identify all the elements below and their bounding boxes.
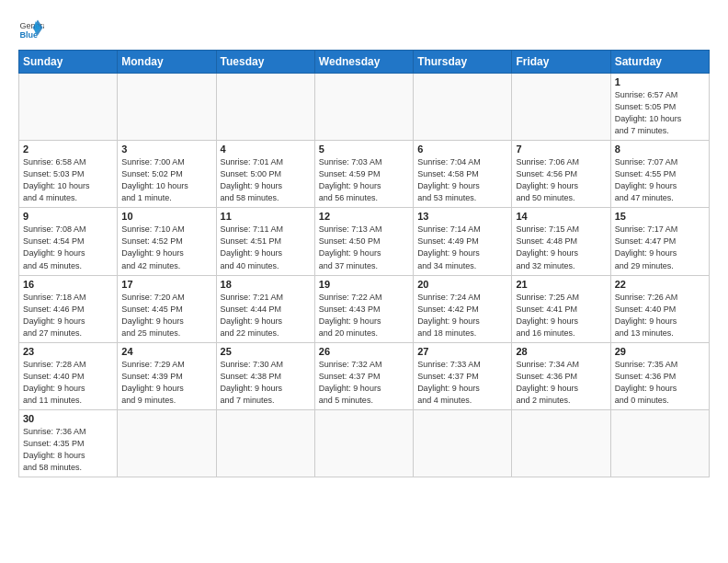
col-header-monday: Monday: [118, 51, 216, 74]
col-header-wednesday: Wednesday: [314, 51, 413, 74]
day-info: Sunrise: 7:22 AM Sunset: 4:43 PM Dayligh…: [319, 292, 409, 339]
calendar-table: SundayMondayTuesdayWednesdayThursdayFrid…: [18, 50, 710, 477]
calendar-cell: 25Sunrise: 7:30 AM Sunset: 4:38 PM Dayli…: [216, 342, 314, 409]
day-info: Sunrise: 7:11 AM Sunset: 4:51 PM Dayligh…: [221, 224, 311, 271]
calendar-cell: 12Sunrise: 7:13 AM Sunset: 4:50 PM Dayli…: [314, 208, 413, 275]
calendar-cell: 10Sunrise: 7:10 AM Sunset: 4:52 PM Dayli…: [118, 208, 216, 275]
calendar-cell: 5Sunrise: 7:03 AM Sunset: 4:59 PM Daylig…: [314, 141, 413, 208]
calendar-cell: 23Sunrise: 7:28 AM Sunset: 4:40 PM Dayli…: [19, 342, 118, 409]
calendar-cell: 26Sunrise: 7:32 AM Sunset: 4:37 PM Dayli…: [314, 342, 413, 409]
calendar-cell: [216, 74, 314, 141]
day-number: 23: [23, 346, 113, 357]
calendar-cell: 11Sunrise: 7:11 AM Sunset: 4:51 PM Dayli…: [216, 208, 314, 275]
day-number: 19: [319, 279, 409, 290]
calendar-cell: 16Sunrise: 7:18 AM Sunset: 4:46 PM Dayli…: [19, 275, 118, 342]
calendar-week-row: 1Sunrise: 6:57 AM Sunset: 5:05 PM Daylig…: [19, 74, 710, 141]
calendar-cell: [414, 74, 512, 141]
day-number: 15: [615, 211, 705, 222]
day-info: Sunrise: 7:04 AM Sunset: 4:58 PM Dayligh…: [417, 156, 507, 204]
calendar-cell: 27Sunrise: 7:33 AM Sunset: 4:37 PM Dayli…: [414, 342, 512, 409]
day-number: 6: [417, 144, 507, 155]
calendar-cell: [118, 409, 216, 477]
calendar-cell: 7Sunrise: 7:06 AM Sunset: 4:56 PM Daylig…: [512, 141, 610, 208]
calendar-cell: 21Sunrise: 7:25 AM Sunset: 4:41 PM Dayli…: [512, 275, 610, 342]
calendar-cell: 17Sunrise: 7:20 AM Sunset: 4:45 PM Dayli…: [118, 275, 216, 342]
calendar-cell: [314, 409, 413, 477]
day-number: 24: [121, 346, 211, 357]
logo-icon: General Blue: [18, 15, 44, 40]
col-header-friday: Friday: [512, 51, 610, 74]
day-number: 1: [615, 76, 705, 87]
day-info: Sunrise: 7:08 AM Sunset: 4:54 PM Dayligh…: [23, 224, 113, 271]
day-info: Sunrise: 7:13 AM Sunset: 4:50 PM Dayligh…: [319, 224, 409, 271]
day-number: 2: [23, 144, 113, 155]
calendar-cell: 19Sunrise: 7:22 AM Sunset: 4:43 PM Dayli…: [314, 275, 413, 342]
day-info: Sunrise: 7:25 AM Sunset: 4:41 PM Dayligh…: [516, 292, 606, 339]
calendar-cell: [19, 74, 118, 141]
page-header: General Blue: [18, 15, 710, 40]
calendar-cell: [216, 409, 314, 477]
calendar-cell: 1Sunrise: 6:57 AM Sunset: 5:05 PM Daylig…: [610, 74, 709, 141]
calendar-cell: 29Sunrise: 7:35 AM Sunset: 4:36 PM Dayli…: [610, 342, 709, 409]
day-info: Sunrise: 7:36 AM Sunset: 4:35 PM Dayligh…: [23, 426, 113, 474]
day-info: Sunrise: 7:10 AM Sunset: 4:52 PM Dayligh…: [121, 224, 211, 271]
day-info: Sunrise: 6:58 AM Sunset: 5:03 PM Dayligh…: [23, 156, 113, 204]
day-number: 14: [516, 211, 606, 222]
day-number: 22: [615, 279, 705, 290]
col-header-tuesday: Tuesday: [216, 51, 314, 74]
day-info: Sunrise: 7:32 AM Sunset: 4:37 PM Dayligh…: [319, 359, 409, 407]
day-info: Sunrise: 7:18 AM Sunset: 4:46 PM Dayligh…: [23, 292, 113, 339]
day-number: 11: [221, 211, 311, 222]
day-info: Sunrise: 7:28 AM Sunset: 4:40 PM Dayligh…: [23, 359, 113, 407]
calendar-cell: 14Sunrise: 7:15 AM Sunset: 4:48 PM Dayli…: [512, 208, 610, 275]
day-info: Sunrise: 7:26 AM Sunset: 4:40 PM Dayligh…: [615, 292, 705, 339]
day-number: 30: [23, 413, 113, 424]
calendar-cell: 2Sunrise: 6:58 AM Sunset: 5:03 PM Daylig…: [19, 141, 118, 208]
calendar-cell: 4Sunrise: 7:01 AM Sunset: 5:00 PM Daylig…: [216, 141, 314, 208]
day-number: 21: [516, 279, 606, 290]
col-header-thursday: Thursday: [414, 51, 512, 74]
calendar-cell: 28Sunrise: 7:34 AM Sunset: 4:36 PM Dayli…: [512, 342, 610, 409]
calendar-cell: 9Sunrise: 7:08 AM Sunset: 4:54 PM Daylig…: [19, 208, 118, 275]
day-number: 8: [615, 144, 705, 155]
day-info: Sunrise: 7:15 AM Sunset: 4:48 PM Dayligh…: [516, 224, 606, 271]
day-number: 4: [221, 144, 311, 155]
calendar-week-row: 30Sunrise: 7:36 AM Sunset: 4:35 PM Dayli…: [19, 409, 710, 477]
day-number: 25: [221, 346, 311, 357]
calendar-cell: 20Sunrise: 7:24 AM Sunset: 4:42 PM Dayli…: [414, 275, 512, 342]
day-info: Sunrise: 7:33 AM Sunset: 4:37 PM Dayligh…: [417, 359, 507, 407]
calendar-cell: [118, 74, 216, 141]
day-number: 27: [417, 346, 507, 357]
day-info: Sunrise: 7:17 AM Sunset: 4:47 PM Dayligh…: [615, 224, 705, 271]
day-info: Sunrise: 7:20 AM Sunset: 4:45 PM Dayligh…: [121, 292, 211, 339]
day-info: Sunrise: 7:35 AM Sunset: 4:36 PM Dayligh…: [615, 359, 705, 407]
day-number: 29: [615, 346, 705, 357]
calendar-week-row: 2Sunrise: 6:58 AM Sunset: 5:03 PM Daylig…: [19, 141, 710, 208]
logo: General Blue: [18, 15, 44, 40]
calendar-week-row: 16Sunrise: 7:18 AM Sunset: 4:46 PM Dayli…: [19, 275, 710, 342]
calendar-cell: 15Sunrise: 7:17 AM Sunset: 4:47 PM Dayli…: [610, 208, 709, 275]
calendar-cell: 18Sunrise: 7:21 AM Sunset: 4:44 PM Dayli…: [216, 275, 314, 342]
day-number: 20: [417, 279, 507, 290]
calendar-cell: [414, 409, 512, 477]
calendar-cell: [512, 74, 610, 141]
day-number: 3: [121, 144, 211, 155]
day-info: Sunrise: 7:24 AM Sunset: 4:42 PM Dayligh…: [417, 292, 507, 339]
col-header-saturday: Saturday: [610, 51, 709, 74]
day-info: Sunrise: 7:03 AM Sunset: 4:59 PM Dayligh…: [319, 156, 409, 204]
day-number: 28: [516, 346, 606, 357]
day-number: 10: [121, 211, 211, 222]
calendar-week-row: 23Sunrise: 7:28 AM Sunset: 4:40 PM Dayli…: [19, 342, 710, 409]
calendar-cell: 6Sunrise: 7:04 AM Sunset: 4:58 PM Daylig…: [414, 141, 512, 208]
day-info: Sunrise: 7:06 AM Sunset: 4:56 PM Dayligh…: [516, 156, 606, 204]
calendar-cell: [512, 409, 610, 477]
day-number: 17: [121, 279, 211, 290]
calendar-cell: 24Sunrise: 7:29 AM Sunset: 4:39 PM Dayli…: [118, 342, 216, 409]
calendar-header-row: SundayMondayTuesdayWednesdayThursdayFrid…: [19, 51, 710, 74]
col-header-sunday: Sunday: [19, 51, 118, 74]
day-number: 12: [319, 211, 409, 222]
day-info: Sunrise: 7:30 AM Sunset: 4:38 PM Dayligh…: [221, 359, 311, 407]
day-number: 7: [516, 144, 606, 155]
day-number: 13: [417, 211, 507, 222]
day-info: Sunrise: 7:14 AM Sunset: 4:49 PM Dayligh…: [417, 224, 507, 271]
